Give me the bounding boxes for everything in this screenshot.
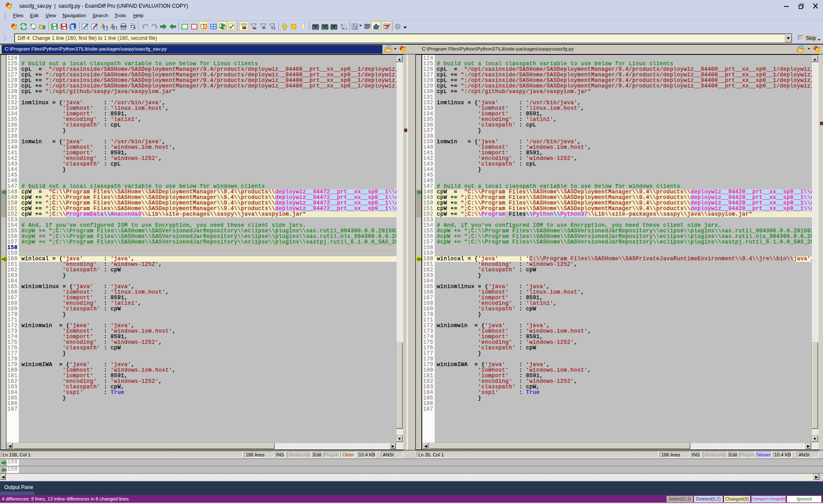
svg-text:B: B (345, 27, 347, 30)
svg-text:A: A (342, 27, 344, 30)
